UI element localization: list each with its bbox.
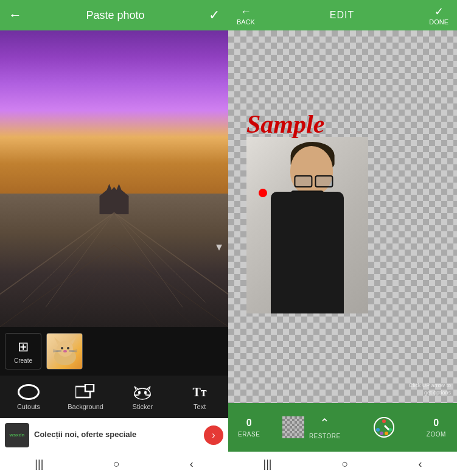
svg-line-0 [0, 213, 114, 295]
right-back-area[interactable]: ← BACK [237, 5, 255, 26]
erase-section: 0 ERASE [228, 418, 270, 438]
ad-arrow-icon: › [212, 430, 215, 441]
nav-home-icon[interactable]: ○ [113, 458, 120, 471]
text-icon-shape: Tт [193, 385, 207, 399]
right-nav-bar: ||| ○ ‹ [228, 452, 457, 476]
tools-bar: Cutouts Background [0, 376, 228, 418]
ad-main-text: Colecții noi, oferte speciale [34, 430, 199, 440]
main-photo[interactable]: ▾ [0, 30, 228, 327]
svg-point-41 [380, 432, 383, 435]
chevron-up-icon[interactable]: ⌃ [319, 416, 330, 430]
svg-line-2 [46, 213, 114, 307]
zoom-palette-section[interactable] [353, 416, 416, 438]
glass-frame-left [294, 175, 312, 187]
svg-point-31 [144, 391, 147, 394]
right-nav-back-icon[interactable]: ‹ [418, 458, 422, 471]
create-button[interactable]: ⊞ Create [5, 333, 41, 369]
left-header: ← Paste photo ✓ [0, 0, 228, 30]
cutouts-shape [18, 384, 40, 400]
right-nav-home-icon[interactable]: ○ [342, 458, 349, 471]
nav-back-icon[interactable]: ‹ [190, 458, 194, 471]
info-text-content: Click UP arrow to get options [409, 382, 451, 396]
svg-line-11 [114, 259, 160, 327]
thumbnail-strip: ⊞ Create [0, 327, 228, 376]
edit-canvas[interactable]: Sample [228, 30, 457, 403]
svg-line-4 [114, 213, 206, 303]
person-head [290, 146, 333, 195]
svg-point-17 [67, 347, 69, 349]
right-panel-title: EDIT [330, 10, 354, 21]
svg-line-6 [0, 245, 114, 327]
restore-section[interactable]: ⌃ RESTORE [270, 416, 353, 439]
glass-frame-right [315, 175, 333, 187]
svg-line-7 [34, 253, 114, 327]
thumbnail-item[interactable] [46, 333, 83, 369]
svg-point-39 [376, 428, 380, 432]
plus-icon: ⊞ [18, 339, 29, 355]
create-label: Create [14, 357, 32, 364]
svg-rect-42 [384, 425, 389, 430]
right-panel: ← BACK EDIT ✓ DONE Sample [228, 0, 457, 476]
person-body [271, 192, 344, 313]
ad-logo: wsxdn [5, 423, 29, 447]
erase-count: 0 [246, 418, 252, 429]
svg-point-30 [138, 391, 141, 394]
cutouts-icon [18, 383, 40, 401]
background-icon [75, 383, 97, 401]
right-done-area[interactable]: ✓ DONE [429, 5, 448, 26]
person-figure [246, 137, 368, 313]
background-svg [75, 384, 96, 400]
sticker-label: Sticker [133, 403, 153, 410]
svg-point-18 [63, 350, 67, 352]
svg-line-9 [114, 245, 229, 327]
zoom-label: ZOOM [427, 431, 446, 438]
left-panel: ← Paste photo ✓ [0, 0, 228, 476]
edit-content-layer: Sample [228, 30, 457, 403]
svg-point-40 [385, 432, 388, 435]
svg-line-3 [114, 213, 229, 295]
text-label: Text [194, 403, 206, 410]
chevron-down-icon: ▾ [216, 239, 222, 254]
tool-cutouts[interactable]: Cutouts [10, 383, 47, 410]
ad-text-area: Colecții noi, oferte speciale [29, 430, 204, 440]
right-nav-menu-icon[interactable]: ||| [263, 458, 272, 471]
red-dot-handle[interactable] [259, 189, 267, 197]
right-header: ← BACK EDIT ✓ DONE [228, 0, 457, 30]
left-back-button[interactable]: ← [9, 7, 22, 23]
sticker-svg [131, 384, 153, 400]
left-confirm-button[interactable]: ✓ [209, 7, 220, 23]
bridge-svg [0, 164, 228, 327]
text-icon: Tт [189, 383, 211, 401]
nav-menu-icon[interactable]: ||| [35, 458, 43, 471]
sticker-icon [131, 383, 153, 401]
svg-point-37 [382, 419, 386, 423]
right-back-arrow-icon: ← [240, 5, 251, 18]
portrait-photo[interactable] [246, 137, 368, 313]
cat-svg [47, 334, 83, 369]
right-done-label: DONE [429, 18, 448, 26]
zoom-count: 0 [433, 418, 439, 429]
palette-icon [373, 416, 395, 438]
svg-point-13 [57, 341, 73, 357]
tool-background[interactable]: Background [68, 383, 104, 410]
left-image-area: ▾ [0, 30, 228, 327]
sample-text-element[interactable]: Sample [246, 110, 324, 139]
tool-sticker[interactable]: Sticker [124, 383, 161, 410]
ad-banner: wsxdn Colecții noi, oferte speciale › [0, 418, 228, 452]
cat-thumbnail [47, 334, 82, 369]
ad-cta-button[interactable]: › [204, 425, 223, 445]
zoom-section: 0 ZOOM [416, 418, 457, 438]
background-label: Background [68, 403, 103, 410]
tool-text[interactable]: Tт Text [181, 383, 218, 410]
canvas-info-text: Click UP arrow to get options [409, 382, 451, 397]
right-done-check-icon: ✓ [434, 5, 444, 18]
right-bottom-toolbar: 0 ERASE ⌃ RESTORE [228, 403, 457, 452]
svg-line-5 [114, 213, 183, 307]
restore-controls: ⌃ RESTORE [309, 416, 341, 439]
cutouts-label: Cutouts [17, 403, 40, 410]
restore-label: RESTORE [309, 433, 341, 439]
ad-logo-text: wsxdn [10, 432, 25, 438]
svg-line-1 [23, 213, 114, 303]
svg-line-10 [114, 253, 194, 327]
person-glasses [294, 175, 335, 187]
